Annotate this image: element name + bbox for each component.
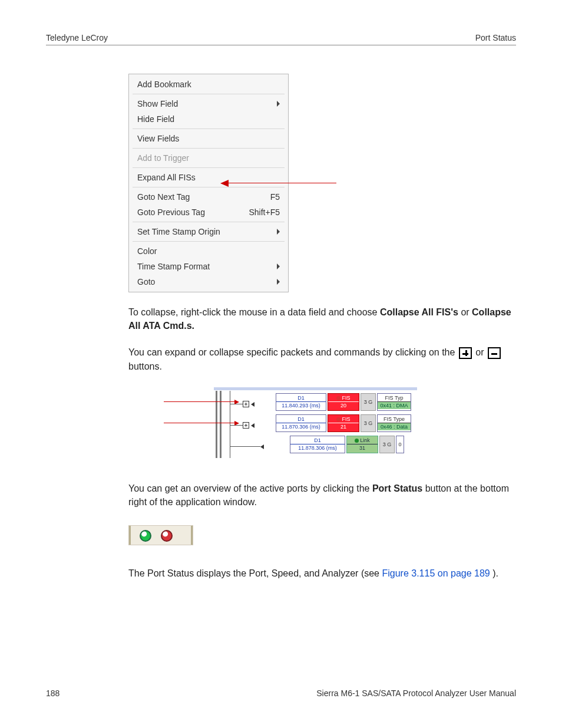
menu-separator (133, 241, 285, 242)
port-status-button[interactable] (128, 525, 193, 545)
menu-label: Color (137, 246, 157, 256)
text: or (475, 347, 487, 357)
minus-icon[interactable] (488, 347, 501, 359)
packet-cell-device: D1 11.878.306 (ms) (290, 436, 345, 453)
cell-text: 3 G (361, 398, 375, 406)
expand-plus-icon[interactable] (243, 401, 249, 407)
cell-bottom: 11.840.293 (ms) (276, 402, 326, 409)
menu-goto[interactable]: Goto (129, 274, 288, 289)
submenu-arrow-icon (277, 263, 280, 269)
menu-separator (133, 187, 285, 187)
packet-cell-type: 0 (396, 436, 404, 453)
status-dot-icon (336, 396, 340, 400)
chevron-left-icon (251, 423, 254, 428)
port-green-icon (140, 530, 151, 542)
menu-goto-next-tag[interactable]: Goto Next Tag F5 (129, 189, 288, 205)
text-bold: Port Status (372, 483, 422, 493)
cell-top: D1 (276, 416, 326, 423)
paragraph-overview: You can get an overview of the active po… (128, 482, 516, 509)
menu-separator (133, 94, 285, 94)
menu-label: Goto (137, 277, 155, 286)
submenu-arrow-icon (277, 101, 280, 107)
packet-cell-kind: FIS 21 (328, 414, 359, 432)
menu-label: Time Stamp Format (137, 262, 210, 271)
menu-shortcut: F5 (270, 192, 280, 202)
packet-cell-type: FIS Typ 0x41 : DMA (377, 393, 411, 411)
cell-bottom: 21 (328, 423, 359, 430)
plus-icon[interactable] (459, 347, 472, 359)
callout-arrow-icon (164, 423, 238, 423)
cell-top: FIS Type (378, 416, 411, 423)
menu-color[interactable]: Color (129, 243, 288, 259)
packet-cell-speed: 3 G (379, 436, 395, 453)
chevron-left-icon (251, 402, 254, 407)
cell-top: D1 (276, 394, 326, 402)
menu-label: Add Bookmark (137, 80, 191, 89)
menu-separator (133, 167, 285, 168)
menu-label: Show Field (137, 99, 178, 108)
menu-goto-prev-tag[interactable]: Goto Previous Tag Shift+F5 (129, 205, 288, 220)
submenu-arrow-icon (277, 229, 280, 235)
text: or (461, 307, 472, 317)
text-bold: Collapse All FIS's (380, 307, 458, 317)
text: You can expand or collapse specific pack… (128, 347, 458, 357)
menu-add-to-trigger: Add to Trigger (129, 150, 288, 166)
packet-cell-device: D1 11.840.293 (ms) (276, 393, 326, 411)
text: To collapse, right-click the mouse in a … (128, 307, 380, 317)
menu-label: Goto Previous Tag (137, 207, 205, 217)
cell-text: 3 G (361, 420, 375, 427)
manual-title: Sierra M6-1 SAS/SATA Protocol Analyzer U… (316, 689, 516, 698)
figure-xref-link[interactable]: Figure 3.115 on page 189 (382, 568, 490, 578)
cell-top: D1 (290, 437, 345, 444)
cell-text: 3 G (380, 441, 394, 448)
expand-plus-icon[interactable] (243, 422, 249, 429)
status-dot-icon (355, 439, 359, 443)
menu-separator (133, 148, 285, 149)
menu-label: Goto Next Tag (137, 192, 190, 202)
menu-add-bookmark[interactable]: Add Bookmark (129, 77, 288, 92)
cell-top: Link (360, 437, 370, 443)
packet-figure: D1 11.840.293 (ms) FIS 20 3 G FIS Typ 0x… (164, 387, 417, 458)
status-dot-icon (336, 417, 340, 421)
chevron-left-icon (260, 444, 264, 449)
page-number: 188 (46, 689, 59, 698)
paragraph-expand: You can expand or collapse specific pack… (128, 345, 516, 373)
menu-view-fields[interactable]: View Fields (129, 131, 288, 146)
menu-time-stamp-format[interactable]: Time Stamp Format (129, 259, 288, 274)
cell-top: FIS (342, 395, 350, 401)
header-left: Teledyne LeCroy (46, 33, 108, 42)
menu-hide-field[interactable]: Hide Field (129, 111, 288, 127)
cell-text: 0 (396, 441, 404, 448)
menu-label: Set Time Stamp Origin (137, 227, 220, 236)
packet-cell-type: FIS Type 0x46 : Data (377, 414, 411, 432)
packet-cell-kind: FIS 20 (328, 393, 359, 411)
cell-bottom: 31 (347, 444, 378, 452)
menu-shortcut: Shift+F5 (249, 207, 280, 217)
figure-top-stripe (214, 387, 417, 390)
packet-cell-speed: 3 G (361, 393, 376, 411)
text: The Port Status displays the Port, Speed… (128, 568, 382, 578)
menu-label: Add to Trigger (137, 153, 189, 163)
cell-bottom: 0x41 : DMA (378, 402, 411, 409)
callout-arrow-icon (222, 183, 336, 183)
submenu-arrow-icon (277, 279, 280, 285)
menu-set-time-origin[interactable]: Set Time Stamp Origin (129, 224, 288, 239)
paragraph-port-status: The Port Status displays the Port, Speed… (128, 566, 516, 580)
cell-top: FIS (342, 416, 350, 422)
cell-bottom: 20 (328, 402, 359, 409)
header-right: Port Status (475, 33, 516, 42)
cell-bottom: 11.870.306 (ms) (276, 423, 326, 430)
port-red-icon (161, 530, 173, 542)
text: buttons. (128, 361, 162, 371)
cell-top: FIS Typ (378, 394, 411, 402)
packet-cell-kind: Link 31 (346, 436, 378, 453)
text: You can get an overview of the active po… (128, 483, 372, 493)
menu-show-field[interactable]: Show Field (129, 96, 288, 111)
packet-cell-speed: 3 G (361, 414, 376, 432)
menu-separator (133, 222, 285, 222)
menu-separator (133, 129, 285, 129)
menu-label: Hide Field (137, 114, 174, 124)
cell-bottom: 11.878.306 (ms) (290, 444, 345, 452)
packet-cell-device: D1 11.870.306 (ms) (276, 414, 326, 432)
paragraph-collapse: To collapse, right-click the mouse in a … (128, 305, 516, 332)
